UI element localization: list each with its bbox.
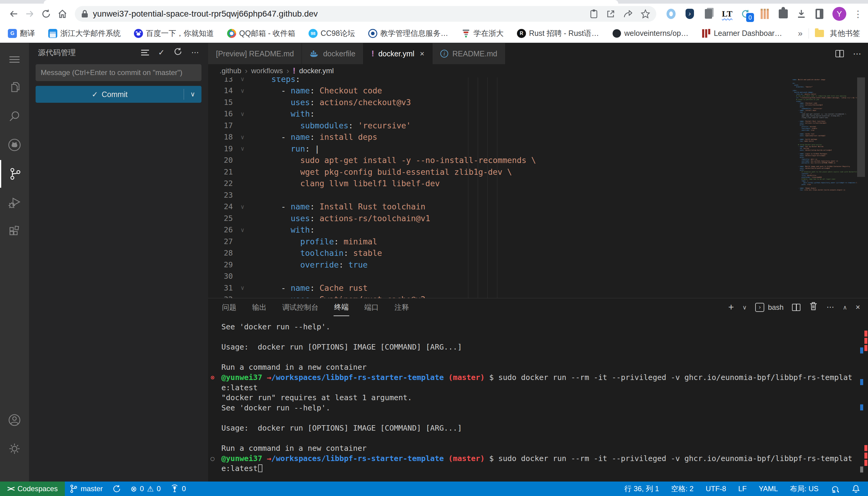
menu-hamburger-button[interactable] bbox=[0, 46, 29, 73]
bookmark-item[interactable]: Learner Dashboar… bbox=[702, 29, 782, 38]
breadcrumb-subfolder[interactable]: workflows bbox=[251, 66, 283, 75]
settings-button[interactable] bbox=[0, 435, 29, 463]
source-control-button[interactable] bbox=[0, 160, 29, 188]
editor-tab--preview-readme-md[interactable]: [Preview] README.md bbox=[208, 43, 302, 64]
extensions-puzzle-icon[interactable] bbox=[778, 8, 789, 19]
line-col-indicator[interactable]: 行 36, 列 1 bbox=[618, 482, 665, 496]
remote-indicator[interactable]: >< Codespaces bbox=[0, 482, 65, 496]
open-in-new-icon[interactable] bbox=[606, 9, 615, 18]
indentation-indicator[interactable]: 空格: 2 bbox=[665, 482, 700, 496]
breadcrumb-file[interactable]: docker.yml bbox=[299, 66, 334, 75]
fold-chevron-icon[interactable]: ∨ bbox=[233, 203, 252, 210]
commit-message-input[interactable] bbox=[35, 64, 201, 81]
other-bookmarks-label[interactable]: 其他书签 bbox=[830, 28, 860, 38]
fold-chevron-icon[interactable]: ∨ bbox=[233, 226, 252, 234]
github-remote-button[interactable] bbox=[0, 131, 29, 159]
code-editor[interactable]: 13∨ steps:14∨ - name: Checkout code15 us… bbox=[208, 73, 790, 298]
commit-dropdown-chevron[interactable]: ∨ bbox=[184, 90, 201, 98]
minimap[interactable]: name: Build and publish docker image on:… bbox=[790, 77, 857, 298]
search-button[interactable] bbox=[0, 102, 29, 130]
reload-button[interactable] bbox=[38, 6, 54, 22]
bookmark-item[interactable]: 百度一下，你就知道 bbox=[134, 28, 214, 38]
maximize-panel-chevron[interactable]: ∧ bbox=[843, 304, 847, 311]
kill-terminal-button[interactable] bbox=[809, 301, 818, 313]
url-text[interactable]: yunwei37-potential-space-trout-rpr5qwj66… bbox=[93, 9, 586, 19]
bookmarks-overflow-chevron[interactable]: » bbox=[798, 29, 803, 38]
browser-active-tab[interactable] bbox=[44, 0, 618, 4]
terminal-output[interactable]: See 'docker run --help'.Usage: docker ru… bbox=[221, 322, 856, 479]
run-debug-button[interactable] bbox=[0, 189, 29, 217]
bookmark-item[interactable]: G翻译 bbox=[8, 28, 35, 38]
scrollbar-slider[interactable] bbox=[857, 77, 865, 177]
fold-chevron-icon[interactable]: ∨ bbox=[233, 145, 252, 152]
bookmark-item[interactable]: 教学管理信息服务… bbox=[368, 28, 448, 38]
share-icon[interactable] bbox=[623, 9, 633, 18]
problems-indicator[interactable]: ⊗ 0 ⚠ 0 bbox=[126, 482, 166, 496]
fold-chevron-icon[interactable]: ∨ bbox=[233, 110, 252, 118]
extensions-button[interactable] bbox=[0, 218, 29, 246]
close-panel-icon[interactable]: × bbox=[856, 303, 860, 312]
ring-extension-icon[interactable] bbox=[665, 8, 677, 19]
fold-chevron-icon[interactable]: ∨ bbox=[233, 134, 252, 141]
terminal-shell-item[interactable]: › bash bbox=[755, 303, 783, 312]
ports-indicator[interactable]: 0 bbox=[166, 482, 191, 496]
bookmark-star-icon[interactable] bbox=[641, 9, 650, 19]
profile-avatar[interactable]: Y bbox=[833, 7, 846, 21]
clipboard-icon[interactable] bbox=[589, 9, 598, 19]
new-terminal-button[interactable]: + bbox=[728, 301, 734, 313]
split-editor-icon[interactable] bbox=[835, 50, 844, 57]
editor-tab-readme-md[interactable]: iREADME.md bbox=[433, 43, 506, 64]
close-tab-icon[interactable]: × bbox=[420, 49, 424, 59]
address-bar[interactable]: yunwei37-potential-space-trout-rpr5qwj66… bbox=[75, 6, 656, 22]
explorer-button[interactable] bbox=[0, 73, 29, 101]
sync-changes-button[interactable] bbox=[108, 482, 126, 496]
fold-chevron-icon[interactable]: ∨ bbox=[233, 87, 252, 94]
editor-tab-dockerfile[interactable]: dockerfile bbox=[302, 43, 363, 64]
download-icon[interactable] bbox=[796, 9, 807, 19]
bookmark-item[interactable]: RRust 招聘 - Rust语… bbox=[517, 28, 599, 38]
feedback-button[interactable] bbox=[825, 482, 846, 496]
keyboard-layout-indicator[interactable]: 布局: US bbox=[784, 482, 825, 496]
bookmark-item[interactable]: 98CC98论坛 bbox=[309, 28, 355, 38]
tab-sync-extension-icon[interactable]: 0 bbox=[740, 8, 752, 19]
panel-more-actions-icon[interactable]: ⋯ bbox=[826, 303, 834, 312]
encoding-indicator[interactable]: UTF-8 bbox=[700, 482, 732, 496]
home-button[interactable] bbox=[54, 6, 71, 22]
terminal-dropdown-chevron[interactable]: ∨ bbox=[742, 304, 747, 311]
forward-button[interactable] bbox=[22, 6, 38, 22]
bookmark-item[interactable]: 浙江大学邮件系统 bbox=[48, 28, 121, 38]
shield-extension-icon[interactable]: › bbox=[684, 8, 695, 19]
fold-chevron-icon[interactable]: ∨ bbox=[233, 284, 252, 291]
commit-button[interactable]: ✓Commit ∨ bbox=[35, 86, 201, 103]
panel-tab-注释[interactable]: 注释 bbox=[394, 299, 409, 316]
bookmark-item[interactable]: weloveinterns/op… bbox=[612, 29, 689, 38]
bookmark-item[interactable]: 学在浙大 bbox=[462, 28, 504, 38]
more-actions-icon[interactable]: ⋯ bbox=[191, 48, 199, 57]
editor-more-actions-icon[interactable]: ⋯ bbox=[853, 49, 862, 59]
editor-tab-docker-yml[interactable]: !docker.yml× bbox=[363, 43, 433, 64]
branch-indicator[interactable]: master bbox=[65, 482, 107, 496]
bookmark-item[interactable]: QQ邮箱 - 收件箱 bbox=[227, 28, 295, 38]
split-terminal-icon[interactable] bbox=[792, 304, 800, 311]
panel-tab-终端[interactable]: 终端 bbox=[333, 299, 349, 316]
breadcrumb-folder[interactable]: .github bbox=[220, 66, 241, 75]
refresh-icon[interactable] bbox=[174, 47, 182, 58]
languagetool-extension-icon[interactable]: LT bbox=[721, 8, 733, 19]
commit-check-icon[interactable]: ✓ bbox=[158, 48, 165, 57]
panel-tab-输出[interactable]: 输出 bbox=[252, 299, 267, 316]
panel-tab-调试控制台[interactable]: 调试控制台 bbox=[282, 299, 319, 316]
notifications-button[interactable] bbox=[846, 482, 868, 496]
reading-mode-icon[interactable] bbox=[814, 8, 825, 19]
language-indicator[interactable]: YAML bbox=[753, 482, 784, 496]
panel-tab-端口[interactable]: 端口 bbox=[364, 299, 379, 316]
editor-scrollbar[interactable] bbox=[857, 77, 865, 298]
view-as-list-icon[interactable] bbox=[141, 48, 149, 57]
docs-extension-icon[interactable] bbox=[703, 8, 714, 19]
highlighter-extension-icon[interactable] bbox=[759, 8, 770, 19]
browser-menu-kebab-icon[interactable]: ⋮ bbox=[854, 9, 863, 19]
back-button[interactable] bbox=[5, 6, 22, 22]
breadcrumb[interactable]: .github › workflows › ! docker.yml bbox=[208, 64, 868, 77]
panel-tab-问题[interactable]: 问题 bbox=[221, 299, 237, 316]
accounts-button[interactable] bbox=[0, 406, 29, 434]
eol-indicator[interactable]: LF bbox=[732, 482, 753, 496]
